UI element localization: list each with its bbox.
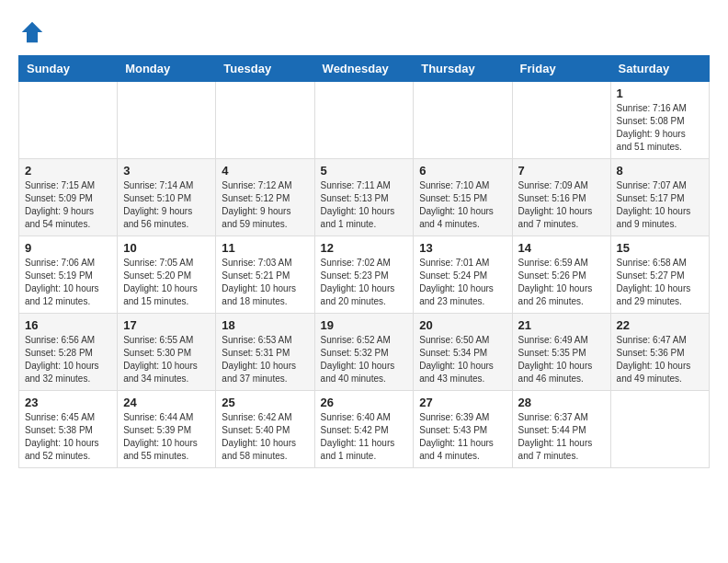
day-info: Sunrise: 6:49 AM Sunset: 5:35 PM Dayligh… — [518, 334, 605, 385]
day-number: 7 — [518, 164, 605, 178]
day-info: Sunrise: 7:15 AM Sunset: 5:09 PM Dayligh… — [25, 179, 111, 231]
weekday-header: Friday — [512, 56, 610, 82]
calendar-week-row: 1Sunrise: 7:16 AM Sunset: 5:08 PM Daylig… — [19, 82, 710, 159]
calendar-cell — [610, 391, 709, 468]
calendar-cell: 1Sunrise: 7:16 AM Sunset: 5:08 PM Daylig… — [610, 82, 709, 159]
calendar-cell: 16Sunrise: 6:56 AM Sunset: 5:28 PM Dayli… — [19, 314, 118, 391]
calendar-cell — [216, 82, 314, 159]
day-number: 28 — [518, 396, 605, 409]
day-info: Sunrise: 7:01 AM Sunset: 5:24 PM Dayligh… — [419, 257, 506, 308]
calendar-cell: 11Sunrise: 7:03 AM Sunset: 5:21 PM Dayli… — [216, 236, 314, 314]
day-info: Sunrise: 7:09 AM Sunset: 5:16 PM Dayligh… — [518, 179, 605, 231]
calendar-cell: 28Sunrise: 6:37 AM Sunset: 5:44 PM Dayli… — [512, 391, 610, 468]
day-info: Sunrise: 6:59 AM Sunset: 5:26 PM Dayligh… — [518, 257, 605, 308]
weekday-header: Saturday — [610, 56, 709, 82]
day-info: Sunrise: 7:16 AM Sunset: 5:08 PM Dayligh… — [617, 102, 703, 154]
day-info: Sunrise: 6:58 AM Sunset: 5:27 PM Dayligh… — [617, 257, 703, 308]
day-number: 20 — [419, 318, 506, 332]
day-info: Sunrise: 6:50 AM Sunset: 5:34 PM Dayligh… — [419, 334, 506, 385]
calendar-cell: 17Sunrise: 6:55 AM Sunset: 5:30 PM Dayli… — [118, 314, 216, 391]
day-number: 13 — [419, 241, 506, 255]
svg-marker-0 — [22, 22, 43, 43]
day-info: Sunrise: 6:53 AM Sunset: 5:31 PM Dayligh… — [222, 334, 308, 385]
calendar-cell: 24Sunrise: 6:44 AM Sunset: 5:39 PM Dayli… — [118, 391, 216, 468]
weekday-header: Monday — [118, 56, 216, 82]
calendar-week-row: 16Sunrise: 6:56 AM Sunset: 5:28 PM Dayli… — [19, 314, 710, 391]
calendar-cell — [314, 82, 414, 159]
day-number: 1 — [617, 86, 703, 100]
calendar-week-row: 23Sunrise: 6:45 AM Sunset: 5:38 PM Dayli… — [19, 391, 710, 468]
calendar-week-row: 9Sunrise: 7:06 AM Sunset: 5:19 PM Daylig… — [19, 236, 710, 314]
weekday-header: Thursday — [414, 56, 512, 82]
weekday-header: Tuesday — [216, 56, 314, 82]
calendar-cell: 21Sunrise: 6:49 AM Sunset: 5:35 PM Dayli… — [512, 314, 610, 391]
day-number: 19 — [321, 318, 408, 332]
day-number: 27 — [419, 396, 506, 409]
weekday-header: Sunday — [19, 56, 118, 82]
day-info: Sunrise: 6:55 AM Sunset: 5:30 PM Dayligh… — [123, 334, 210, 385]
day-number: 3 — [123, 164, 210, 178]
calendar-cell — [512, 82, 610, 159]
day-info: Sunrise: 6:44 AM Sunset: 5:39 PM Dayligh… — [123, 411, 210, 463]
day-number: 4 — [222, 164, 308, 178]
calendar-cell: 18Sunrise: 6:53 AM Sunset: 5:31 PM Dayli… — [216, 314, 314, 391]
day-number: 5 — [321, 164, 408, 178]
calendar-cell: 3Sunrise: 7:14 AM Sunset: 5:10 PM Daylig… — [118, 159, 216, 236]
day-number: 11 — [222, 241, 308, 255]
day-info: Sunrise: 7:02 AM Sunset: 5:23 PM Dayligh… — [321, 257, 408, 308]
calendar-cell: 7Sunrise: 7:09 AM Sunset: 5:16 PM Daylig… — [512, 159, 610, 236]
calendar-cell: 4Sunrise: 7:12 AM Sunset: 5:12 PM Daylig… — [216, 159, 314, 236]
calendar-cell: 25Sunrise: 6:42 AM Sunset: 5:40 PM Dayli… — [216, 391, 314, 468]
weekday-header: Wednesday — [314, 56, 414, 82]
day-info: Sunrise: 6:37 AM Sunset: 5:44 PM Dayligh… — [518, 411, 605, 463]
calendar-week-row: 2Sunrise: 7:15 AM Sunset: 5:09 PM Daylig… — [19, 159, 710, 236]
calendar-cell: 15Sunrise: 6:58 AM Sunset: 5:27 PM Dayli… — [610, 236, 709, 314]
day-info: Sunrise: 7:10 AM Sunset: 5:15 PM Dayligh… — [419, 179, 506, 231]
calendar-cell — [19, 82, 118, 159]
day-info: Sunrise: 6:56 AM Sunset: 5:28 PM Dayligh… — [25, 334, 111, 385]
day-info: Sunrise: 7:03 AM Sunset: 5:21 PM Dayligh… — [222, 257, 308, 308]
calendar-cell: 10Sunrise: 7:05 AM Sunset: 5:20 PM Dayli… — [118, 236, 216, 314]
day-number: 17 — [123, 318, 210, 332]
calendar-cell: 23Sunrise: 6:45 AM Sunset: 5:38 PM Dayli… — [19, 391, 118, 468]
day-number: 14 — [518, 241, 605, 255]
calendar-cell: 2Sunrise: 7:15 AM Sunset: 5:09 PM Daylig… — [19, 159, 118, 236]
day-number: 10 — [123, 241, 210, 255]
calendar-cell: 13Sunrise: 7:01 AM Sunset: 5:24 PM Dayli… — [414, 236, 512, 314]
day-number: 22 — [617, 318, 703, 332]
day-number: 12 — [321, 241, 408, 255]
day-info: Sunrise: 6:52 AM Sunset: 5:32 PM Dayligh… — [321, 334, 408, 385]
calendar-header-row: SundayMondayTuesdayWednesdayThursdayFrid… — [19, 56, 710, 82]
day-number: 25 — [222, 396, 308, 409]
page-header — [18, 18, 710, 46]
calendar-cell: 14Sunrise: 6:59 AM Sunset: 5:26 PM Dayli… — [512, 236, 610, 314]
day-number: 16 — [25, 318, 111, 332]
calendar-cell — [118, 82, 216, 159]
day-info: Sunrise: 6:40 AM Sunset: 5:42 PM Dayligh… — [321, 411, 408, 463]
calendar-cell: 12Sunrise: 7:02 AM Sunset: 5:23 PM Dayli… — [314, 236, 414, 314]
logo-icon — [18, 18, 46, 46]
day-number: 24 — [123, 396, 210, 409]
day-info: Sunrise: 7:11 AM Sunset: 5:13 PM Dayligh… — [321, 179, 408, 231]
day-number: 26 — [321, 396, 408, 409]
day-number: 21 — [518, 318, 605, 332]
day-info: Sunrise: 7:14 AM Sunset: 5:10 PM Dayligh… — [123, 179, 210, 231]
day-info: Sunrise: 7:05 AM Sunset: 5:20 PM Dayligh… — [123, 257, 210, 308]
day-number: 2 — [25, 164, 111, 178]
day-number: 9 — [25, 241, 111, 255]
day-info: Sunrise: 7:12 AM Sunset: 5:12 PM Dayligh… — [222, 179, 308, 231]
day-info: Sunrise: 7:07 AM Sunset: 5:17 PM Dayligh… — [617, 179, 703, 231]
day-number: 15 — [617, 241, 703, 255]
calendar-cell — [414, 82, 512, 159]
day-info: Sunrise: 6:42 AM Sunset: 5:40 PM Dayligh… — [222, 411, 308, 463]
calendar-cell: 9Sunrise: 7:06 AM Sunset: 5:19 PM Daylig… — [19, 236, 118, 314]
calendar-cell: 22Sunrise: 6:47 AM Sunset: 5:36 PM Dayli… — [610, 314, 709, 391]
calendar-cell: 6Sunrise: 7:10 AM Sunset: 5:15 PM Daylig… — [414, 159, 512, 236]
day-number: 8 — [617, 164, 703, 178]
day-number: 6 — [419, 164, 506, 178]
calendar-cell: 26Sunrise: 6:40 AM Sunset: 5:42 PM Dayli… — [314, 391, 414, 468]
day-info: Sunrise: 6:45 AM Sunset: 5:38 PM Dayligh… — [25, 411, 111, 463]
day-info: Sunrise: 7:06 AM Sunset: 5:19 PM Dayligh… — [25, 257, 111, 308]
calendar-table: SundayMondayTuesdayWednesdayThursdayFrid… — [18, 55, 710, 468]
day-info: Sunrise: 6:47 AM Sunset: 5:36 PM Dayligh… — [617, 334, 703, 385]
